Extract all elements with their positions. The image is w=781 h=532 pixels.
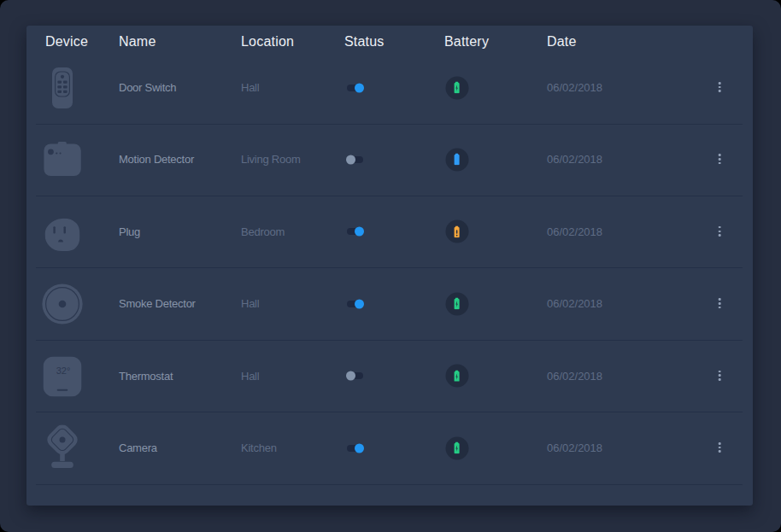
- svg-text:32°: 32°: [56, 365, 71, 376]
